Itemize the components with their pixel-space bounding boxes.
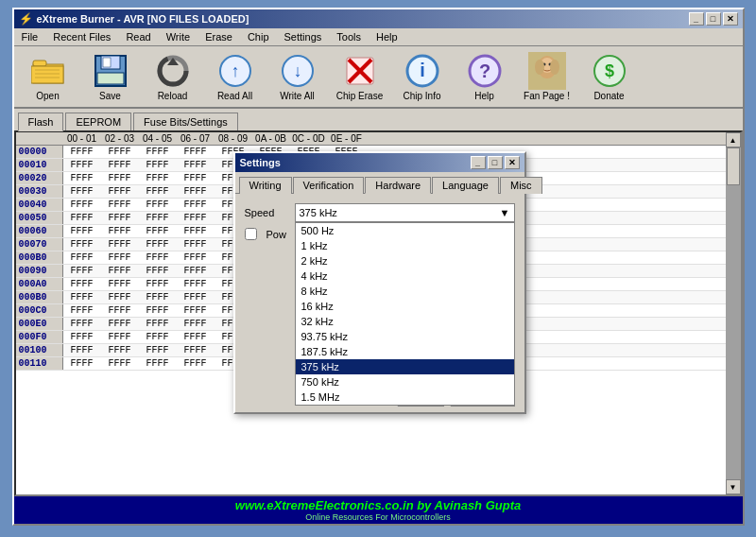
hex-cell[interactable]: FFFF xyxy=(101,146,139,158)
hex-cell[interactable]: FFFF xyxy=(63,225,101,237)
hex-cell[interactable]: FFFF xyxy=(63,238,101,251)
hex-cell[interactable]: FFFF xyxy=(101,172,139,184)
hex-cell[interactable]: FFFF xyxy=(139,199,177,211)
settings-tab-misc[interactable]: Misc xyxy=(500,177,542,194)
save-button[interactable]: Save xyxy=(80,49,141,104)
fan-page-button[interactable]: Fan Page ! xyxy=(517,49,577,104)
help-button[interactable]: ? Help xyxy=(455,49,515,104)
hex-cell[interactable]: FFFF xyxy=(177,146,215,158)
hex-cell[interactable]: FFFF xyxy=(63,331,101,343)
hex-cell[interactable]: FFFF xyxy=(139,159,177,171)
hex-cell[interactable]: FFFF xyxy=(63,146,101,158)
menu-write[interactable]: Write xyxy=(163,30,194,43)
hex-cell[interactable]: FFFF xyxy=(101,212,139,224)
hex-cell[interactable]: FFFF xyxy=(139,344,177,356)
hex-cell[interactable]: FFFF xyxy=(139,212,177,224)
hex-cell[interactable]: FFFF xyxy=(101,304,139,317)
hex-cell[interactable]: FFFF xyxy=(101,251,139,264)
speed-option-1khz[interactable]: 1 kHz xyxy=(296,238,514,253)
hex-cell[interactable]: FFFF xyxy=(63,212,101,224)
hex-cell[interactable]: FFFF xyxy=(177,304,215,317)
hex-cell[interactable]: FFFF xyxy=(63,159,101,171)
hex-cell[interactable]: FFFF xyxy=(177,212,215,224)
hex-cell[interactable]: FFFF xyxy=(101,291,139,303)
close-button[interactable]: ✕ xyxy=(723,12,738,26)
hex-cell[interactable]: FFFF xyxy=(139,278,177,290)
scroll-up[interactable]: ▲ xyxy=(726,132,741,147)
hex-cell[interactable]: FFFF xyxy=(139,357,177,370)
hex-cell[interactable]: FFFF xyxy=(177,172,215,184)
settings-close[interactable]: ✕ xyxy=(505,156,520,169)
hex-cell[interactable]: FFFF xyxy=(177,344,215,356)
write-all-button[interactable]: ↓ Write All xyxy=(267,49,328,104)
hex-cell[interactable]: FFFF xyxy=(63,291,101,303)
speed-option-9375khz[interactable]: 93.75 kHz xyxy=(296,329,514,344)
settings-tab-writing[interactable]: Writing xyxy=(239,177,292,194)
hex-cell[interactable]: FFFF xyxy=(63,172,101,184)
speed-option-1875khz[interactable]: 187.5 kHz xyxy=(296,344,514,359)
hex-cell[interactable]: FFFF xyxy=(101,357,139,370)
hex-cell[interactable]: FFFF xyxy=(139,185,177,198)
hex-cell[interactable]: FFFF xyxy=(63,265,101,277)
hex-cell[interactable]: FFFF xyxy=(63,304,101,317)
hex-cell[interactable]: FFFF xyxy=(177,238,215,251)
hex-cell[interactable]: FFFF xyxy=(101,318,139,330)
hex-cell[interactable]: FFFF xyxy=(63,185,101,198)
open-button[interactable]: Open xyxy=(18,49,78,104)
hex-cell[interactable]: FFFF xyxy=(177,199,215,211)
settings-minimize[interactable]: _ xyxy=(471,156,486,169)
hex-cell[interactable]: FFFF xyxy=(139,291,177,303)
hex-cell[interactable]: FFFF xyxy=(139,238,177,251)
minimize-button[interactable]: _ xyxy=(689,12,704,26)
menu-tools[interactable]: Tools xyxy=(333,30,365,43)
chip-erase-button[interactable]: Chip Erase xyxy=(330,49,390,104)
settings-tab-language[interactable]: Language xyxy=(432,177,499,194)
speed-option-2khz[interactable]: 2 kHz xyxy=(296,253,514,268)
hex-cell[interactable]: FFFF xyxy=(101,225,139,237)
hex-cell[interactable]: FFFF xyxy=(63,344,101,356)
hex-cell[interactable]: FFFF xyxy=(101,238,139,251)
menu-file[interactable]: File xyxy=(18,30,43,43)
speed-option-8khz[interactable]: 8 kHz xyxy=(296,284,514,299)
hex-cell[interactable]: FFFF xyxy=(101,344,139,356)
scroll-thumb[interactable] xyxy=(727,147,740,185)
hex-cell[interactable]: FFFF xyxy=(139,331,177,343)
hex-cell[interactable]: FFFF xyxy=(139,265,177,277)
menu-settings[interactable]: Settings xyxy=(281,30,326,43)
hex-cell[interactable]: FFFF xyxy=(177,331,215,343)
hex-cell[interactable]: FFFF xyxy=(139,318,177,330)
tab-flash[interactable]: Flash xyxy=(18,113,64,131)
hex-cell[interactable]: FFFF xyxy=(63,318,101,330)
hex-cell[interactable]: FFFF xyxy=(101,278,139,290)
hex-cell[interactable]: FFFF xyxy=(101,185,139,198)
donate-button[interactable]: $ Donate xyxy=(579,49,640,104)
menu-erase[interactable]: Erase xyxy=(201,30,236,43)
hex-cell[interactable]: FFFF xyxy=(139,146,177,158)
speed-option-15mhz[interactable]: 1.5 MHz xyxy=(296,390,514,405)
hex-cell[interactable]: FFFF xyxy=(101,199,139,211)
hex-cell[interactable]: FFFF xyxy=(63,199,101,211)
power-checkbox[interactable] xyxy=(245,228,257,240)
hex-cell[interactable]: FFFF xyxy=(63,251,101,264)
tab-eeprom[interactable]: EEPROM xyxy=(65,113,131,131)
speed-option-375khz[interactable]: 375 kHz xyxy=(296,359,514,374)
reload-button[interactable]: Reload xyxy=(143,49,203,104)
speed-select-display[interactable]: 375 kHz ▼ xyxy=(295,203,515,222)
hex-cell[interactable]: FFFF xyxy=(139,225,177,237)
hex-cell[interactable]: FFFF xyxy=(63,357,101,370)
speed-option-750khz[interactable]: 750 kHz xyxy=(296,374,514,390)
scroll-track[interactable] xyxy=(726,147,741,479)
menu-chip[interactable]: Chip xyxy=(244,30,273,43)
hex-cell[interactable]: FFFF xyxy=(177,318,215,330)
hex-cell[interactable]: FFFF xyxy=(101,159,139,171)
speed-option-500hz[interactable]: 500 Hz xyxy=(296,223,514,238)
settings-tab-hardware[interactable]: Hardware xyxy=(365,177,431,194)
scroll-down[interactable]: ▼ xyxy=(726,479,741,494)
hex-cell[interactable]: FFFF xyxy=(177,251,215,264)
hex-cell[interactable]: FFFF xyxy=(101,331,139,343)
hex-cell[interactable]: FFFF xyxy=(177,225,215,237)
settings-tab-verification[interactable]: Verification xyxy=(293,177,365,194)
hex-cell[interactable]: FFFF xyxy=(177,278,215,290)
hex-cell[interactable]: FFFF xyxy=(63,278,101,290)
hex-cell[interactable]: FFFF xyxy=(177,159,215,171)
